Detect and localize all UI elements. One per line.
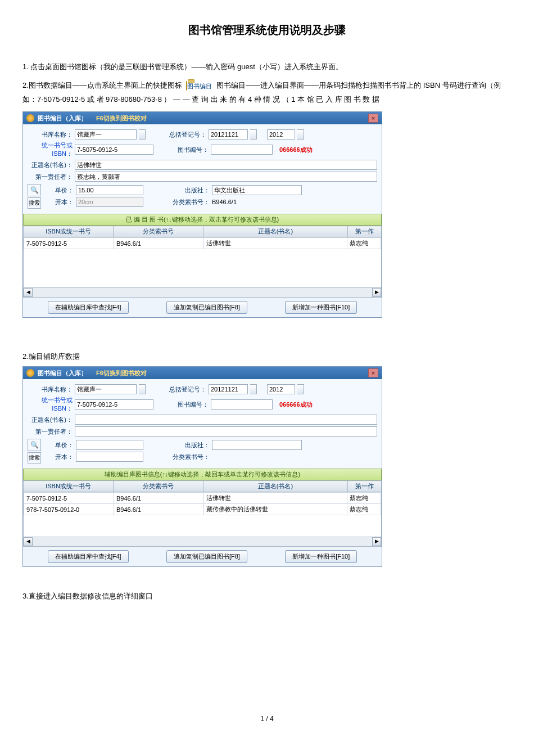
close-button[interactable]: × (368, 114, 378, 123)
input-regno[interactable] (209, 384, 248, 394)
btn-copy-append[interactable]: 追加复制已编目图书[F8] (166, 550, 247, 563)
cell-title: 活佛转世 (204, 493, 347, 504)
value-classno: B946.6/1 (212, 199, 237, 205)
label-bookno: 图书编号： (175, 146, 209, 154)
table-row[interactable]: 7-5075-0912-5 B946.6/1 活佛转世 蔡志纯 (24, 238, 381, 249)
col-title[interactable]: 正题名(书名) (203, 481, 348, 492)
cell-classno: B946.6/1 (114, 493, 204, 504)
horizontal-scrollbar[interactable]: ◀ ▶ (23, 288, 382, 298)
col-classno[interactable]: 分类索书号 (114, 481, 203, 492)
label-regno: 总括登记号： (167, 385, 206, 394)
step2-before: 2.图书数据编目——点击系统主界面上的快捷图标 (22, 81, 182, 89)
success-text: 066666成功 (279, 400, 313, 409)
btn-add-new[interactable]: 新增加一种图书[F10] (285, 550, 357, 563)
step1-text: 1. 点击桌面图书馆图标（我的是三联图书管理系统）——输入密码 guest（小写… (22, 60, 512, 73)
input-titlename[interactable] (75, 160, 377, 170)
input-isbn[interactable] (75, 399, 153, 410)
label-format: 开本： (46, 453, 74, 461)
cell-isbn: 7-5075-0912-5 (24, 493, 114, 504)
btn-find-aux[interactable]: 在辅助编目库中查找[F4] (48, 550, 129, 563)
catalog-shortcut-icon[interactable]: 图书编目 (186, 79, 212, 92)
cell-title: 活佛转世 (204, 238, 347, 249)
col-author[interactable]: 第一作 (348, 481, 382, 492)
input-libname[interactable] (75, 384, 137, 394)
table-row[interactable]: 978-7-5075-0912-0 B946.6/1 藏传佛教中的活佛转世 蔡志… (24, 504, 381, 515)
cell-classno: B946.6/1 (114, 504, 204, 515)
input-author[interactable] (75, 426, 377, 436)
regno-spinner[interactable] (250, 129, 257, 140)
input-titlename[interactable] (75, 415, 377, 425)
scroll-left-button[interactable]: ◀ (24, 537, 33, 546)
input-price[interactable] (76, 440, 143, 450)
cell-classno: B946.6/1 (114, 238, 204, 249)
horizontal-scrollbar[interactable]: ◀ ▶ (23, 537, 382, 547)
icon-label: 图书编目 (187, 83, 212, 89)
btn-find-aux[interactable]: 在辅助编目库中查找[F4] (48, 301, 129, 314)
col-isbn[interactable]: ISBN或统一书号 (24, 226, 114, 237)
label-classno: 分类索书号： (170, 198, 210, 206)
window-title: 图书编目（入库） (38, 369, 87, 377)
scroll-right-button[interactable]: ▶ (372, 288, 381, 297)
search-icon-button[interactable]: 🔍 (28, 439, 41, 451)
catalog-window-1: 图书编目（入库） F6切换到图书校对 × 书库名称： 总括登记号： 统一书号或I… (22, 111, 382, 318)
input-publisher[interactable] (212, 185, 302, 195)
btn-copy-append[interactable]: 追加复制已编目图书[F8] (166, 301, 247, 314)
label-isbn: 统一书号或ISBN： (28, 141, 73, 158)
input-regno[interactable] (209, 129, 248, 140)
catalog-window-2: 图书编目（入库） F6切换到图书校对 × 书库名称： 总括登记号： 统一书号或I… (22, 366, 382, 567)
label-titlename: 正题名(书名)： (28, 416, 73, 424)
label-titlename: 正题名(书名)： (28, 161, 73, 169)
col-classno[interactable]: 分类索书号 (114, 226, 203, 237)
cell-isbn: 7-5075-0912-5 (24, 238, 114, 249)
window-subtitle: F6切换到图书校对 (96, 114, 147, 123)
scroll-track[interactable] (33, 288, 372, 297)
label-bookno: 图书编号： (175, 400, 209, 409)
grid-table: ISBN或统一书号 分类索书号 正题名(书名) 第一作 (23, 226, 382, 237)
label-author: 第一责任者： (28, 428, 73, 436)
search-text-button[interactable]: 搜索 (28, 452, 41, 464)
libname-spinner[interactable] (139, 384, 146, 394)
label-price: 单价： (46, 186, 74, 195)
label-libname: 书库名称： (28, 130, 73, 139)
scroll-track[interactable] (33, 537, 372, 546)
input-bookno[interactable] (211, 145, 273, 155)
section2-heading: 2.编目辅助库数据 (22, 352, 512, 362)
year-spinner[interactable] (297, 384, 304, 394)
input-libname[interactable] (75, 129, 137, 140)
year-spinner[interactable] (297, 129, 304, 140)
col-title[interactable]: 正题名(书名) (203, 226, 348, 237)
input-isbn[interactable] (75, 145, 153, 155)
search-icon-button[interactable]: 🔍 (28, 184, 41, 196)
titlebar: 图书编目（入库） F6切换到图书校对 × (23, 112, 382, 124)
input-price[interactable] (76, 185, 143, 195)
success-text: 066666成功 (279, 146, 313, 154)
search-text-button[interactable]: 搜索 (28, 197, 41, 209)
regno-spinner[interactable] (250, 384, 257, 394)
col-isbn[interactable]: ISBN或统一书号 (24, 481, 114, 492)
label-format: 开本： (46, 198, 74, 206)
label-author: 第一责任者： (28, 173, 73, 181)
libname-spinner[interactable] (139, 129, 146, 140)
col-author[interactable]: 第一作 (348, 226, 382, 237)
titlebar: 图书编目（入库） F6切换到图书校对 × (23, 367, 382, 379)
input-format (76, 197, 143, 207)
step2-text: 2.图书数据编目——点击系统主界面上的快捷图标 图书编目 图书编目——进入编目界… (22, 79, 512, 106)
label-regno: 总括登记号： (167, 130, 206, 139)
close-button[interactable]: × (368, 368, 378, 377)
input-year[interactable] (267, 129, 295, 140)
input-year[interactable] (267, 384, 295, 394)
cell-title: 藏传佛教中的活佛转世 (204, 504, 347, 515)
input-format[interactable] (76, 452, 143, 462)
label-publisher: 出版社： (182, 186, 210, 195)
label-publisher: 出版社： (182, 441, 210, 449)
page-title: 图书馆管理系统使用说明及步骤 (22, 22, 512, 38)
grid-header-bar: 辅助编目库图书信息(↑↓键移动选择，敲回车或单击某行可修改该书信息) (23, 469, 382, 480)
table-row[interactable]: 7-5075-0912-5 B946.6/1 活佛转世 蔡志纯 (24, 493, 381, 504)
window-subtitle: F6切换到图书校对 (96, 369, 147, 377)
input-publisher[interactable] (212, 440, 302, 450)
scroll-left-button[interactable]: ◀ (24, 288, 33, 297)
btn-add-new[interactable]: 新增加一种图书[F10] (285, 301, 357, 314)
scroll-right-button[interactable]: ▶ (372, 537, 381, 546)
input-author[interactable] (75, 172, 377, 182)
input-bookno[interactable] (211, 399, 273, 410)
